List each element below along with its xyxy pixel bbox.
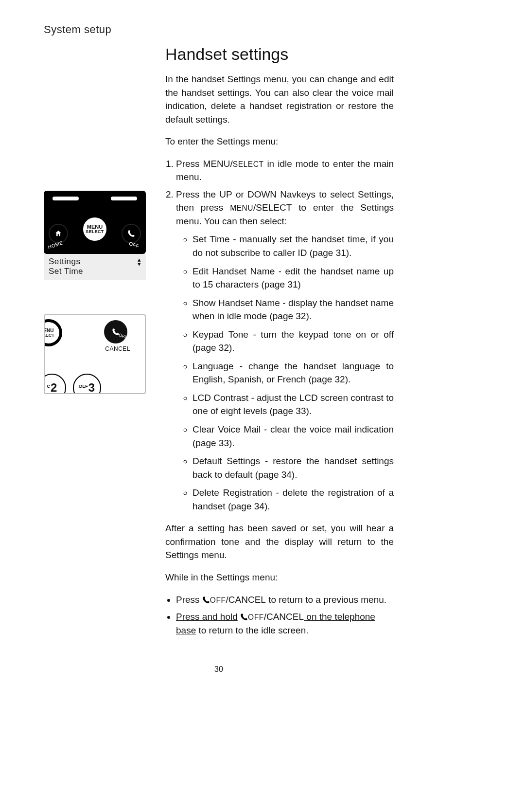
while-in-settings-line: While in the Settings menu:	[165, 571, 394, 584]
keypad-3: DEF3	[73, 374, 101, 394]
section-label: System setup	[44, 23, 394, 36]
off-button	[104, 320, 127, 343]
option-name: Language	[192, 361, 234, 371]
menu-select-button: MENU SELECT	[80, 214, 110, 244]
settings-option: Edit Handset Name - edit the handset nam…	[192, 265, 394, 291]
select-label: SELECT	[86, 230, 104, 234]
settings-strong: Settings	[358, 189, 391, 199]
screen-line-2: Set Time	[49, 267, 141, 276]
press-hold-underline: Press and hold	[176, 612, 238, 622]
keypad-2: C2	[44, 374, 66, 394]
select-label: LECT	[44, 333, 54, 338]
key-number: 3	[88, 381, 95, 394]
text: To enter the	[165, 136, 217, 146]
option-name: Delete Registration	[192, 487, 272, 498]
settings-option: Default Settings - restore the handset s…	[192, 454, 394, 481]
option-name: Set Time	[192, 234, 230, 244]
off-smallcaps: OFF	[210, 596, 226, 604]
closing-actions-list: Press OFF/CANCEL to return to a previous…	[165, 593, 394, 637]
settings-options-list: Set Time - manually set the handset time…	[176, 233, 394, 513]
step-1: Press MENU/SELECT in idle mode to enter …	[176, 157, 394, 184]
text: Navkeys to select	[277, 189, 358, 199]
handset-icon	[240, 613, 248, 621]
handset-icon	[127, 230, 135, 237]
option-name: Edit Handset Name	[192, 266, 275, 276]
nav-arrows-icon: ▴▾	[138, 257, 141, 266]
text: to return to a previous menu.	[266, 595, 386, 605]
main-content: Handset settings In the handset Settings…	[165, 45, 394, 646]
text: Press	[176, 159, 203, 169]
text: to return to the idle screen.	[196, 625, 308, 635]
text: Press	[176, 595, 202, 605]
sidebar-figures: MENU SELECT HOME OFF Settings ▴▾ Set Tim…	[44, 45, 146, 646]
menu-select-button: ENU LECT	[44, 319, 62, 346]
text: menu.	[199, 550, 227, 560]
menu-smallcaps: MENU	[230, 204, 253, 212]
handset-icon	[202, 596, 210, 604]
settings-option: Keypad Tone - turn the keypad tone on or…	[192, 328, 394, 355]
earpiece-slit	[52, 197, 79, 200]
handset-screen: Settings ▴▾ Set Time	[44, 254, 146, 280]
option-name: Default Settings	[192, 456, 260, 466]
cancel-label: CANCEL	[105, 345, 130, 352]
page-number: 30	[44, 665, 394, 674]
text: After a setting has been saved or set, y…	[165, 523, 394, 547]
text: menu:	[250, 136, 278, 146]
settings-strong: Settings	[165, 550, 199, 560]
down-strong: DOWN	[247, 189, 277, 199]
settings-option: LCD Contrast - adjust the LCD screen con…	[192, 391, 394, 418]
settings-option: Delete Registration - delete the registr…	[192, 486, 394, 513]
up-strong: UP	[219, 189, 232, 199]
option-name: Show Handset Name	[192, 298, 280, 308]
key-letters: C	[47, 384, 51, 389]
earpiece-slit	[111, 197, 137, 200]
screen-line-1: Settings	[49, 257, 80, 267]
text: or	[232, 189, 247, 199]
page-title: Handset settings	[165, 45, 394, 64]
off-label: OFF	[128, 241, 140, 249]
enter-settings-steps: Press MENU/SELECT in idle mode to enter …	[165, 157, 394, 513]
key-letters: DEF	[79, 384, 88, 389]
enter-settings-line: To enter the Settings menu:	[165, 135, 394, 148]
text: In the handset	[165, 74, 227, 84]
intro-paragraph: In the handset Settings menu, you can ch…	[165, 72, 394, 126]
settings-option: Set Time - manually set the handset time…	[192, 233, 394, 259]
settings-option: Clear Voice Mail - clear the voice mail …	[192, 423, 394, 450]
key-number: 2	[51, 381, 57, 394]
off-smallcaps: OFF	[248, 613, 264, 621]
option-name: Clear Voice Mail	[192, 424, 261, 434]
option-name: LCD Contrast	[192, 393, 248, 403]
step-2: Press the UP or DOWN Navkeys to select S…	[176, 188, 394, 513]
text: While in the	[165, 572, 216, 582]
text: menu:	[249, 572, 278, 582]
menu-label: ENU	[44, 328, 54, 333]
settings-strong: Settings	[217, 136, 250, 146]
settings-option: Show Handset Name - display the handset …	[192, 296, 394, 323]
off-button	[122, 224, 141, 243]
after-save-paragraph: After a setting has been saved or set, y…	[165, 522, 394, 562]
select-smallcaps: SELECT	[233, 160, 264, 168]
closing-item-press-hold: Press and hold OFF/CANCEL on the telepho…	[176, 610, 394, 637]
figure-handset-menu: MENU SELECT HOME OFF Settings ▴▾ Set Tim…	[44, 191, 146, 280]
cancel-strong: CANCEL	[266, 612, 304, 622]
option-name: Keypad Tone	[192, 329, 248, 340]
figure-off-cancel: ENU LECT OFF CANCEL C2 DEF3	[44, 314, 146, 394]
handset-photo: MENU SELECT HOME OFF	[44, 191, 146, 254]
settings-option: Language - change the handset language t…	[192, 360, 394, 386]
menu-strong: MENU	[203, 159, 230, 169]
closing-item-press: Press OFF/CANCEL to return to a previous…	[176, 593, 394, 607]
home-button	[49, 224, 68, 243]
text: Press the	[176, 189, 219, 199]
cancel-strong: CANCEL	[228, 595, 266, 605]
select-strong: SELECT	[256, 202, 292, 213]
home-icon	[54, 230, 62, 237]
settings-strong: Settings	[227, 74, 261, 84]
settings-strong: Settings	[216, 572, 250, 582]
